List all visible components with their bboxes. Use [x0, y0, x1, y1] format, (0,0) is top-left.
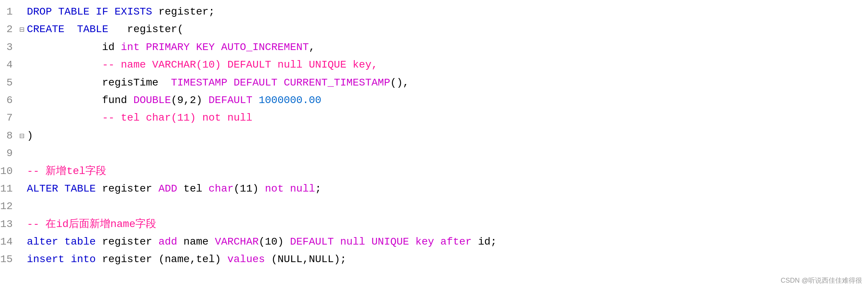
token: ,: [309, 41, 315, 53]
token: [434, 236, 440, 248]
line-number: 9: [0, 145, 19, 161]
line-number: 15: [0, 251, 19, 267]
token: id: [27, 41, 121, 53]
token: [139, 41, 146, 53]
code-content: ): [27, 128, 868, 144]
token: not: [265, 183, 284, 195]
token: char: [208, 183, 233, 195]
token: name: [177, 236, 215, 248]
code-line: 9: [0, 144, 868, 162]
token: (10): [196, 59, 227, 71]
token: null: [340, 236, 365, 248]
line-number: 4: [0, 57, 19, 73]
line-number: 10: [0, 163, 19, 179]
line-number: 1: [0, 4, 19, 20]
token: DEFAULT: [208, 94, 252, 106]
code-content: CREATE TABLE register(: [27, 21, 868, 37]
line-number: 7: [0, 110, 19, 126]
line-number: 14: [0, 234, 19, 250]
token: int: [121, 41, 139, 53]
code-line: 15 insert into register (name,tel) value…: [0, 251, 868, 268]
token: [284, 183, 290, 195]
line-number: 6: [0, 92, 19, 108]
code-line: 10 -- 新增tel字段: [0, 162, 868, 180]
token: ADD: [158, 183, 177, 195]
token: UNIQUE: [309, 59, 346, 71]
token: fund: [27, 94, 133, 106]
fold-icon[interactable]: ⊟: [19, 24, 27, 37]
token: add: [158, 236, 177, 248]
code-content: -- 在id后面新增name字段: [27, 216, 868, 232]
code-line: 3 id int PRIMARY KEY AUTO_INCREMENT,: [0, 38, 868, 56]
token: (),: [390, 77, 409, 88]
code-line: 2⊟CREATE TABLE register(: [0, 21, 868, 38]
code-content: ALTER TABLE register ADD tel char(11) no…: [27, 181, 868, 197]
token: DEFAULT: [290, 236, 334, 248]
code-line: 11 ALTER TABLE register ADD tel char(11)…: [0, 180, 868, 198]
token: null: [271, 59, 309, 71]
token: VARCHAR: [215, 236, 259, 248]
code-line: 12: [0, 198, 868, 215]
token: key: [415, 236, 434, 248]
token: ;: [315, 183, 321, 195]
token: [190, 41, 196, 53]
token: [89, 6, 96, 18]
code-content: -- tel char(11) not null: [27, 110, 868, 126]
token: [58, 236, 65, 248]
token: VARCHAR: [152, 59, 196, 71]
token: PRIMARY: [146, 41, 190, 53]
token: ALTER: [27, 183, 58, 195]
code-content: alter table register add name VARCHAR(10…: [27, 234, 868, 250]
token: into: [71, 254, 96, 265]
token: IF: [96, 6, 108, 18]
token: after: [440, 236, 472, 248]
token: [277, 77, 284, 88]
fold-icon[interactable]: ⊟: [19, 130, 27, 143]
token: values: [227, 254, 265, 265]
code-content: -- name VARCHAR(10) DEFAULT null UNIQUE …: [27, 57, 868, 73]
token: insert: [27, 254, 65, 265]
token: tel: [177, 183, 208, 195]
token: ): [27, 130, 33, 142]
line-number: 3: [0, 39, 19, 55]
code-line: 6 fund DOUBLE(9,2) DEFAULT 1000000.00: [0, 91, 868, 109]
line-number: 11: [0, 181, 19, 197]
token: [227, 77, 234, 88]
token: [365, 236, 371, 248]
code-content: regisTime TIMESTAMP DEFAULT CURRENT_TIME…: [27, 75, 868, 91]
token: -- name: [27, 59, 152, 71]
token: [108, 6, 114, 18]
token: register: [96, 236, 158, 248]
token: DROP: [27, 6, 52, 18]
token: (10): [259, 236, 290, 248]
line-number: 12: [0, 198, 19, 214]
code-content: -- 新增tel字段: [27, 163, 868, 179]
token: regisTime: [27, 77, 171, 88]
line-number: 13: [0, 216, 19, 232]
code-content: DROP TABLE IF EXISTS register;: [27, 4, 868, 20]
token: DEFAULT: [227, 59, 271, 71]
code-line: 8⊟): [0, 127, 868, 144]
token: TABLE: [77, 24, 108, 35]
token: id;: [472, 236, 497, 248]
token: CURRENT_TIMESTAMP: [284, 77, 390, 88]
code-line: 7 -- tel char(11) not null: [0, 109, 868, 127]
token: [334, 236, 340, 248]
token: -- 新增tel字段: [27, 165, 106, 177]
token: alter: [27, 236, 58, 248]
token: 1000000.00: [252, 94, 321, 106]
line-number: 5: [0, 75, 19, 91]
token: CREATE: [27, 24, 65, 35]
token: register;: [152, 6, 215, 18]
code-line: 14 alter table register add name VARCHAR…: [0, 233, 868, 251]
token: (11): [234, 183, 265, 195]
token: key,: [346, 59, 378, 71]
token: TABLE: [65, 183, 96, 195]
token: (9,2): [171, 94, 208, 106]
code-content: fund DOUBLE(9,2) DEFAULT 1000000.00: [27, 92, 868, 108]
code-line: 5 regisTime TIMESTAMP DEFAULT CURRENT_TI…: [0, 74, 868, 91]
token: -- 在id后面新增name字段: [27, 218, 156, 230]
line-number: 8: [0, 128, 19, 144]
token: TABLE: [58, 6, 89, 18]
token: DEFAULT: [234, 77, 278, 88]
